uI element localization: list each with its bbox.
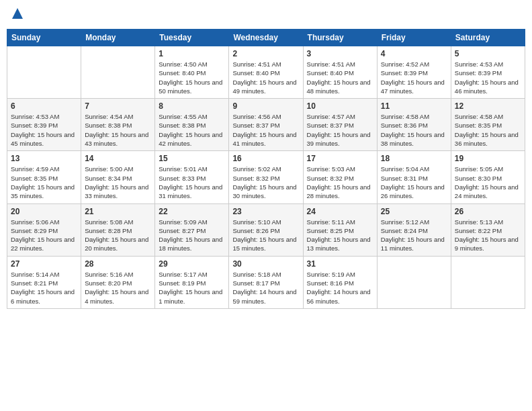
day-info: Sunrise: 5:02 AM Sunset: 8:32 PM Dayligh… [232, 165, 299, 200]
day-info: Sunrise: 4:58 AM Sunset: 8:35 PM Dayligh… [455, 112, 521, 148]
calendar-cell: 16Sunrise: 5:02 AM Sunset: 8:32 PM Dayli… [229, 151, 303, 203]
day-number: 25 [381, 207, 447, 216]
calendar-cell: 24Sunrise: 5:11 AM Sunset: 8:25 PM Dayli… [303, 203, 377, 256]
calendar-cell: 27Sunrise: 5:14 AM Sunset: 8:21 PM Dayli… [7, 256, 81, 308]
calendar-cell: 19Sunrise: 5:05 AM Sunset: 8:30 PM Dayli… [451, 151, 525, 203]
day-info: Sunrise: 5:08 AM Sunset: 8:28 PM Dayligh… [85, 218, 151, 253]
calendar-cell: 6Sunrise: 4:53 AM Sunset: 8:39 PM Daylig… [7, 99, 81, 151]
calendar-week-1: 1Sunrise: 4:50 AM Sunset: 8:40 PM Daylig… [7, 46, 525, 99]
day-number: 4 [381, 49, 447, 58]
day-info: Sunrise: 4:58 AM Sunset: 8:36 PM Dayligh… [381, 112, 447, 148]
day-info: Sunrise: 4:51 AM Sunset: 8:40 PM Dayligh… [232, 60, 299, 95]
day-number: 8 [159, 101, 225, 111]
day-number: 1 [159, 49, 225, 58]
day-info: Sunrise: 5:01 AM Sunset: 8:33 PM Dayligh… [159, 165, 225, 200]
day-number: 19 [455, 154, 521, 163]
day-info: Sunrise: 5:14 AM Sunset: 8:21 PM Dayligh… [11, 270, 77, 306]
calendar-cell: 26Sunrise: 5:13 AM Sunset: 8:22 PM Dayli… [451, 203, 525, 256]
day-info: Sunrise: 4:56 AM Sunset: 8:37 PM Dayligh… [232, 112, 299, 148]
calendar-cell: 1Sunrise: 4:50 AM Sunset: 8:40 PM Daylig… [155, 46, 229, 99]
day-info: Sunrise: 4:50 AM Sunset: 8:40 PM Dayligh… [159, 60, 225, 95]
day-info: Sunrise: 4:55 AM Sunset: 8:38 PM Dayligh… [159, 112, 225, 148]
day-number: 17 [307, 154, 373, 163]
day-info: Sunrise: 5:11 AM Sunset: 8:25 PM Dayligh… [307, 218, 373, 253]
calendar-cell: 2Sunrise: 4:51 AM Sunset: 8:40 PM Daylig… [229, 46, 303, 99]
calendar-cell: 23Sunrise: 5:10 AM Sunset: 8:26 PM Dayli… [229, 203, 303, 256]
day-info: Sunrise: 4:53 AM Sunset: 8:39 PM Dayligh… [455, 60, 521, 95]
calendar-cell: 3Sunrise: 4:51 AM Sunset: 8:40 PM Daylig… [303, 46, 377, 99]
day-number: 31 [307, 259, 373, 269]
calendar-cell [451, 256, 525, 308]
calendar-cell: 13Sunrise: 4:59 AM Sunset: 8:35 PM Dayli… [7, 151, 81, 203]
column-header-friday: Friday [377, 30, 451, 46]
calendar-cell: 10Sunrise: 4:57 AM Sunset: 8:37 PM Dayli… [303, 99, 377, 151]
day-number: 3 [307, 49, 373, 58]
day-info: Sunrise: 5:18 AM Sunset: 8:17 PM Dayligh… [232, 270, 299, 306]
day-number: 21 [85, 207, 151, 216]
day-number: 26 [455, 207, 521, 216]
logo-icon [11, 7, 24, 20]
day-info: Sunrise: 5:00 AM Sunset: 8:34 PM Dayligh… [85, 165, 151, 200]
calendar-cell: 8Sunrise: 4:55 AM Sunset: 8:38 PM Daylig… [155, 99, 229, 151]
day-number: 9 [232, 101, 299, 111]
calendar-cell: 9Sunrise: 4:56 AM Sunset: 8:37 PM Daylig… [229, 99, 303, 151]
calendar-cell: 30Sunrise: 5:18 AM Sunset: 8:17 PM Dayli… [229, 256, 303, 308]
day-number: 18 [381, 154, 447, 163]
day-number: 29 [159, 259, 225, 269]
day-info: Sunrise: 5:19 AM Sunset: 8:16 PM Dayligh… [307, 270, 373, 306]
calendar-cell: 5Sunrise: 4:53 AM Sunset: 8:39 PM Daylig… [451, 46, 525, 99]
day-number: 30 [232, 259, 299, 269]
calendar-table: SundayMondayTuesdayWednesdayThursdayFrid… [7, 29, 525, 309]
day-number: 23 [232, 207, 299, 216]
svg-marker-0 [12, 8, 23, 19]
calendar-cell [377, 256, 451, 308]
day-info: Sunrise: 5:16 AM Sunset: 8:20 PM Dayligh… [85, 270, 151, 306]
day-info: Sunrise: 5:12 AM Sunset: 8:24 PM Dayligh… [381, 218, 447, 253]
day-number: 22 [159, 207, 225, 216]
column-header-sunday: Sunday [7, 30, 81, 46]
column-header-tuesday: Tuesday [155, 30, 229, 46]
day-info: Sunrise: 5:03 AM Sunset: 8:32 PM Dayligh… [307, 165, 373, 200]
day-info: Sunrise: 4:53 AM Sunset: 8:39 PM Dayligh… [11, 112, 77, 148]
day-number: 6 [11, 101, 77, 111]
logo [9, 7, 24, 24]
column-header-wednesday: Wednesday [229, 30, 303, 46]
day-info: Sunrise: 5:09 AM Sunset: 8:27 PM Dayligh… [159, 218, 225, 253]
day-number: 14 [85, 154, 151, 163]
column-header-monday: Monday [81, 30, 155, 46]
calendar-cell: 18Sunrise: 5:04 AM Sunset: 8:31 PM Dayli… [377, 151, 451, 203]
calendar-week-2: 6Sunrise: 4:53 AM Sunset: 8:39 PM Daylig… [7, 99, 525, 151]
day-number: 16 [232, 154, 299, 163]
day-info: Sunrise: 5:10 AM Sunset: 8:26 PM Dayligh… [232, 218, 299, 253]
day-number: 13 [11, 154, 77, 163]
calendar-cell: 25Sunrise: 5:12 AM Sunset: 8:24 PM Dayli… [377, 203, 451, 256]
day-number: 12 [455, 101, 521, 111]
column-header-thursday: Thursday [303, 30, 377, 46]
day-info: Sunrise: 4:51 AM Sunset: 8:40 PM Dayligh… [307, 60, 373, 95]
day-info: Sunrise: 5:17 AM Sunset: 8:19 PM Dayligh… [159, 270, 225, 306]
day-info: Sunrise: 4:59 AM Sunset: 8:35 PM Dayligh… [11, 165, 77, 200]
calendar-week-4: 20Sunrise: 5:06 AM Sunset: 8:29 PM Dayli… [7, 203, 525, 256]
day-number: 24 [307, 207, 373, 216]
calendar-cell [7, 46, 81, 99]
day-number: 27 [11, 259, 77, 269]
page-header [7, 7, 525, 24]
day-info: Sunrise: 5:05 AM Sunset: 8:30 PM Dayligh… [455, 165, 521, 200]
calendar-cell: 4Sunrise: 4:52 AM Sunset: 8:39 PM Daylig… [377, 46, 451, 99]
calendar-week-5: 27Sunrise: 5:14 AM Sunset: 8:21 PM Dayli… [7, 256, 525, 308]
calendar-cell: 21Sunrise: 5:08 AM Sunset: 8:28 PM Dayli… [81, 203, 155, 256]
day-number: 2 [232, 49, 299, 58]
calendar-cell: 31Sunrise: 5:19 AM Sunset: 8:16 PM Dayli… [303, 256, 377, 308]
calendar-cell: 7Sunrise: 4:54 AM Sunset: 8:38 PM Daylig… [81, 99, 155, 151]
column-header-saturday: Saturday [451, 30, 525, 46]
calendar-cell: 22Sunrise: 5:09 AM Sunset: 8:27 PM Dayli… [155, 203, 229, 256]
calendar-cell: 20Sunrise: 5:06 AM Sunset: 8:29 PM Dayli… [7, 203, 81, 256]
calendar-cell: 12Sunrise: 4:58 AM Sunset: 8:35 PM Dayli… [451, 99, 525, 151]
day-number: 20 [11, 207, 77, 216]
day-info: Sunrise: 4:52 AM Sunset: 8:39 PM Dayligh… [381, 60, 447, 95]
day-info: Sunrise: 4:54 AM Sunset: 8:38 PM Dayligh… [85, 112, 151, 148]
calendar-cell: 11Sunrise: 4:58 AM Sunset: 8:36 PM Dayli… [377, 99, 451, 151]
logo-text [9, 7, 24, 24]
day-number: 5 [455, 49, 521, 58]
calendar-cell [81, 46, 155, 99]
